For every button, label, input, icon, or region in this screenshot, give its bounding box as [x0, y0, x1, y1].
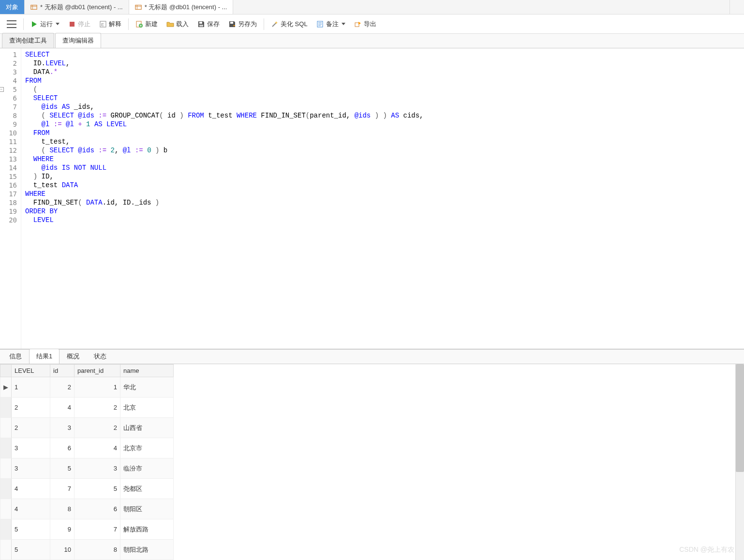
new-icon — [135, 20, 143, 28]
tab-query-2[interactable]: * 无标题 @db01 (tencent) - ... — [129, 0, 234, 14]
tab-label: * 无标题 @db01 (tencent) - ... — [40, 3, 123, 12]
file-tabs: 对象 * 无标题 @db01 (tencent) - ... * 无标题 @db… — [0, 0, 744, 15]
label: 结果1 — [36, 353, 52, 360]
table-row[interactable]: 5108朝阳北路 — [0, 540, 174, 560]
load-button[interactable]: 载入 — [163, 18, 193, 30]
svg-rect-18 — [199, 22, 202, 24]
play-icon — [30, 20, 38, 28]
label: 查询创建工具 — [9, 37, 47, 44]
tab-objects-label: 对象 — [6, 3, 18, 12]
label: 导出 — [364, 20, 376, 29]
menu-button[interactable] — [7, 20, 16, 28]
label: 停止 — [78, 20, 90, 29]
sql-editor[interactable]: 1234567891011121314151617181920 SELECT I… — [0, 48, 744, 350]
table-row[interactable]: ▶121华北 — [0, 377, 174, 398]
tab-query-1[interactable]: * 无标题 @db01 (tencent) - ... — [25, 0, 129, 14]
label: 概况 — [67, 353, 79, 360]
label: 另存为 — [238, 20, 257, 29]
tab-query-editor[interactable]: 查询编辑器 — [55, 33, 101, 48]
folder-icon — [166, 20, 174, 28]
table-row[interactable]: 353临汾市 — [0, 458, 174, 479]
tab-result1[interactable]: 结果1 — [29, 349, 60, 364]
table-row[interactable]: 597解放西路 — [0, 519, 174, 540]
label: 状态 — [94, 353, 106, 360]
save-icon — [197, 20, 205, 28]
separator — [264, 18, 264, 30]
editor-tabs: 查询创建工具 查询编辑器 — [0, 34, 744, 48]
svg-rect-3 — [135, 5, 141, 9]
scrollbar[interactable] — [735, 364, 744, 560]
tab-profile[interactable]: 概况 — [60, 349, 87, 364]
table-row[interactable]: 364北京市 — [0, 438, 174, 458]
new-tab-button[interactable] — [729, 0, 744, 14]
svg-rect-26 — [355, 23, 359, 27]
svg-rect-19 — [199, 25, 203, 27]
tab-info[interactable]: 信息 — [2, 349, 29, 364]
tab-query-builder[interactable]: 查询创建工具 — [2, 33, 54, 48]
separator — [128, 18, 129, 30]
label: 信息 — [9, 353, 22, 360]
note-icon — [316, 20, 324, 28]
remark-button[interactable]: 备注 — [312, 18, 349, 30]
stop-button: 停止 — [64, 18, 94, 30]
scroll-thumb[interactable] — [736, 364, 744, 472]
saveas-button[interactable]: 另存为 — [224, 18, 261, 30]
svg-rect-0 — [31, 5, 37, 9]
table-row[interactable]: 475尧都区 — [0, 479, 174, 499]
spacer — [233, 0, 729, 14]
table-row[interactable]: 232山西省 — [0, 418, 174, 438]
tab-objects[interactable]: 对象 — [0, 0, 25, 14]
label: 保存 — [207, 20, 220, 29]
table-row[interactable]: 486朝阳区 — [0, 499, 174, 519]
label: 美化 SQL — [281, 20, 308, 29]
code-area[interactable]: SELECT ID.LEVEL, DATA.* FROM ( SELECT @i… — [21, 48, 744, 349]
label: 备注 — [326, 20, 339, 29]
run-button[interactable]: 运行 — [27, 18, 63, 30]
svg-text:E: E — [101, 22, 104, 27]
svg-rect-11 — [70, 22, 74, 27]
label: 载入 — [176, 20, 189, 29]
result-tabs: 信息 结果1 概况 状态 — [0, 350, 744, 364]
explain-button[interactable]: E 解释 — [95, 18, 125, 30]
export-button[interactable]: 导出 — [350, 18, 380, 30]
label: 查询编辑器 — [62, 37, 94, 44]
toolbar: 运行 停止 E 解释 新建 载入 保存 另存为 — [0, 15, 744, 34]
chevron-down-icon — [342, 23, 345, 25]
beautify-button[interactable]: 美化 SQL — [267, 18, 312, 30]
label: 解释 — [109, 20, 121, 29]
label: 运行 — [40, 20, 53, 29]
result-panel: 信息 结果1 概况 状态 LEVELidparent_idname▶121华北2… — [0, 350, 744, 560]
stop-icon — [68, 20, 76, 28]
svg-rect-20 — [230, 22, 233, 24]
table-row[interactable]: 242北京 — [0, 398, 174, 418]
saveas-icon — [228, 20, 236, 28]
separator — [23, 18, 24, 30]
label: 新建 — [145, 20, 158, 29]
query-icon — [135, 4, 142, 11]
explain-icon: E — [99, 20, 107, 28]
chevron-down-icon — [56, 23, 60, 25]
tab-status[interactable]: 状态 — [87, 349, 114, 364]
wand-icon — [271, 20, 279, 28]
result-grid[interactable]: LEVELidparent_idname▶121华北242北京232山西省364… — [0, 364, 174, 560]
svg-marker-10 — [32, 21, 37, 27]
query-icon — [30, 4, 37, 11]
export-icon — [354, 20, 362, 28]
line-gutter: 1234567891011121314151617181920 — [0, 48, 21, 349]
tab-label: * 无标题 @db01 (tencent) - ... — [145, 3, 227, 12]
result-grid-wrap: LEVELidparent_idname▶121华北242北京232山西省364… — [0, 364, 744, 560]
new-button[interactable]: 新建 — [132, 18, 162, 30]
svg-line-21 — [272, 23, 276, 27]
save-button[interactable]: 保存 — [193, 18, 223, 30]
